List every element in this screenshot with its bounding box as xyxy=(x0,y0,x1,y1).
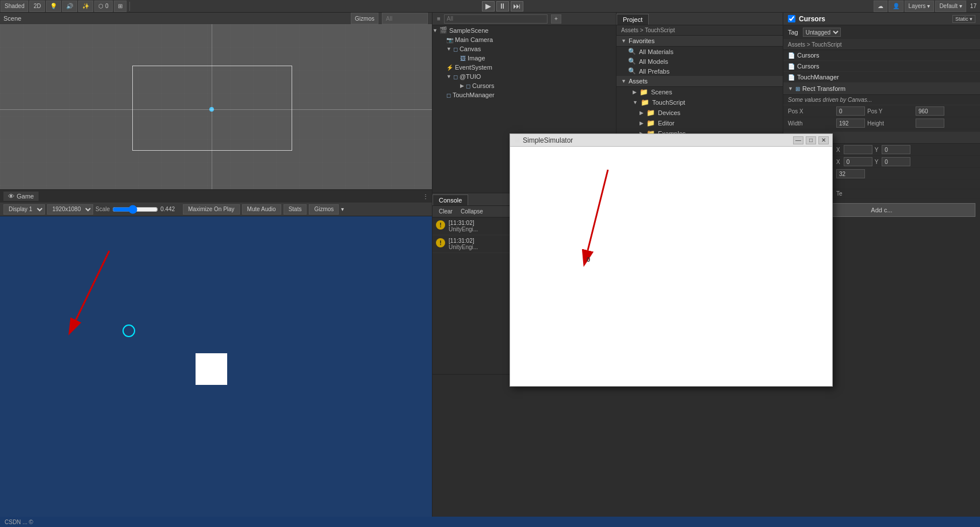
inspector-touchmanager-item[interactable]: 📄 TouchManager xyxy=(783,72,980,83)
hierarchy-item-image[interactable]: 🖼 Image xyxy=(432,54,616,63)
pivot-x-label: X xyxy=(836,147,840,153)
pivot-x-field[interactable] xyxy=(844,145,872,154)
assets-arrow: ▼ xyxy=(621,78,626,84)
simulator-window: 🖥 SimpleSimulator — □ ✕ 0 xyxy=(510,133,833,387)
editor-item[interactable]: ▶ 📁 Editor xyxy=(617,118,783,128)
collapse-btn[interactable]: Collapse xyxy=(458,208,486,215)
sim-title-icon: 🖥 xyxy=(514,136,520,144)
inspector-cursors-item2[interactable]: 📄 Cursors xyxy=(783,61,980,72)
light-btn[interactable]: 💡 xyxy=(46,1,61,12)
hierarchy-item-samplescene[interactable]: ▼ 🎬 SampleScene xyxy=(432,25,616,35)
hierarchy-item-label: @TUIO xyxy=(460,73,481,80)
maximize-on-play-btn[interactable]: Maximize On Play xyxy=(183,204,240,215)
devices-item[interactable]: ▶ 📁 Devices xyxy=(617,108,783,118)
hierarchy-add-btn[interactable]: + xyxy=(551,14,561,24)
play-button[interactable]: ▶ xyxy=(482,1,495,12)
game-eyes-icon: 👁 xyxy=(8,193,14,200)
inspector-cursors-item1[interactable]: 📄 Cursors xyxy=(783,50,980,61)
cursors-item1-label: Cursors xyxy=(797,52,820,59)
gizmos-game-btn[interactable]: Gizmos xyxy=(309,204,339,215)
hierarchy-item-canvas[interactable]: ▼ ◻ Canvas xyxy=(432,44,616,54)
mute-audio-btn[interactable]: Mute Audio xyxy=(242,204,281,215)
scenes-item[interactable]: ▶ 📁 Scenes xyxy=(617,87,783,97)
hierarchy-item-label: Main Camera xyxy=(455,36,493,43)
collab-btn[interactable]: ☁ xyxy=(874,1,887,12)
h-guideline xyxy=(0,109,432,110)
shading-mode-btn[interactable]: Shaded xyxy=(1,1,28,12)
game-options-btn[interactable]: ▾ xyxy=(341,206,344,212)
width-field[interactable] xyxy=(836,119,865,128)
console-tab[interactable]: Console xyxy=(432,194,468,205)
game-content-area xyxy=(0,216,432,527)
stats-btn[interactable]: Stats xyxy=(284,204,307,215)
sim-close-btn[interactable]: ✕ xyxy=(818,136,829,144)
console-source-1: UnityEngi... xyxy=(449,244,478,250)
all-materials-item[interactable]: 🔍 All Materials xyxy=(617,47,783,56)
sim-minimize-btn[interactable]: — xyxy=(793,136,803,144)
hierarchy-item-touchmanager[interactable]: ◻ TouchManager xyxy=(432,90,616,100)
pivot-y-field[interactable] xyxy=(882,145,910,154)
sep1 xyxy=(129,2,130,11)
hierarchy-search[interactable] xyxy=(444,14,548,24)
all-models-item[interactable]: 🔍 All Models xyxy=(617,56,783,66)
hierarchy-item-cursors[interactable]: ▶ ◻ Cursors xyxy=(432,81,616,90)
editor-arrow: ▶ xyxy=(640,120,644,126)
all-prefabs-item[interactable]: 🔍 All Prefabs xyxy=(617,66,783,76)
inspector-tag-row: Tag Untagged xyxy=(783,25,980,40)
layout-btn[interactable]: Default ▾ xyxy=(935,1,966,12)
rect-transform-section[interactable]: ▼ ⊞ Rect Transform xyxy=(783,83,980,95)
devices-folder-icon: 📁 xyxy=(646,109,655,117)
audio-btn[interactable]: 🔊 xyxy=(62,1,77,12)
tag-select[interactable]: Untagged xyxy=(803,28,841,37)
all-materials-icon: 🔍 xyxy=(628,48,636,55)
assets-tabs: Project xyxy=(617,13,783,25)
display-select[interactable]: Display 1 xyxy=(3,204,45,215)
touchmanager-item-label: TouchManager xyxy=(797,74,839,81)
hierarchy-item-label: EventSystem xyxy=(455,64,492,71)
scene-view-btn[interactable]: ⊞ xyxy=(114,1,127,12)
touchscript-folder-icon: 📁 xyxy=(641,98,649,106)
console-source-0: UnityEngi... xyxy=(449,226,478,232)
game-more-btn[interactable]: ⋮ xyxy=(423,193,428,200)
sim-restore-btn[interactable]: □ xyxy=(806,136,816,144)
project-tab[interactable]: Project xyxy=(617,14,649,25)
clear-btn[interactable]: Clear xyxy=(436,208,455,215)
inspector-active-checkbox[interactable] xyxy=(788,15,795,22)
game-tab[interactable]: 👁 Game xyxy=(3,192,39,201)
editor-label: Editor xyxy=(658,120,675,127)
scale-slider[interactable] xyxy=(112,205,158,214)
layers-btn[interactable]: Layers ▾ xyxy=(905,1,935,12)
hierarchy-item-eventsystem[interactable]: ⚡ EventSystem xyxy=(432,63,616,72)
scenes-arrow: ▶ xyxy=(633,89,637,95)
inspector-static-btn[interactable]: Static ▾ xyxy=(952,15,975,23)
step-button[interactable]: ⏭ xyxy=(511,1,523,12)
inspector-note: Some values driven by Canvas... xyxy=(783,95,980,105)
hierarchy-item-tuio[interactable]: ▼ ◻ @TUIO xyxy=(432,72,616,81)
hierarchy-item-maincamera[interactable]: 📷 Main Camera xyxy=(432,35,616,44)
height-field[interactable] xyxy=(916,119,944,128)
assets-section[interactable]: ▼ Assets xyxy=(617,76,783,87)
touchscript-item[interactable]: ▼ 📁 TouchScript xyxy=(617,97,783,108)
favorites-section[interactable]: ▼ Favorites xyxy=(617,36,783,47)
scene-search[interactable] xyxy=(382,13,428,24)
pause-button[interactable]: ⏸ xyxy=(496,1,509,12)
rotation-x-field[interactable] xyxy=(844,157,872,166)
warning-icon-1: ! xyxy=(436,238,445,247)
game-toolbar: 👁 Game ⋮ xyxy=(0,190,432,203)
effects-btn[interactable]: ✨ xyxy=(78,1,93,12)
gizmos-btn[interactable]: Gizmos xyxy=(351,13,378,24)
touchscript-arrow: ▼ xyxy=(633,100,638,105)
cursors-icon: ◻ xyxy=(466,83,470,89)
resolution-select[interactable]: 1920x1080 xyxy=(47,204,93,215)
layer-btn[interactable]: ⬡ 0 xyxy=(94,1,112,12)
width-label: Width xyxy=(788,120,834,127)
pos-y-field[interactable] xyxy=(916,106,944,116)
2d-btn[interactable]: 2D xyxy=(29,1,45,12)
touchmanager-script-icon: 📄 xyxy=(788,74,795,81)
scene-count: 17 xyxy=(967,3,980,9)
account-btn[interactable]: 👤 xyxy=(889,1,904,12)
game-red-arrow xyxy=(58,239,173,366)
pos-x-field[interactable] xyxy=(836,106,865,116)
scale-field[interactable] xyxy=(836,169,865,178)
rotation-y-field[interactable] xyxy=(882,157,910,166)
